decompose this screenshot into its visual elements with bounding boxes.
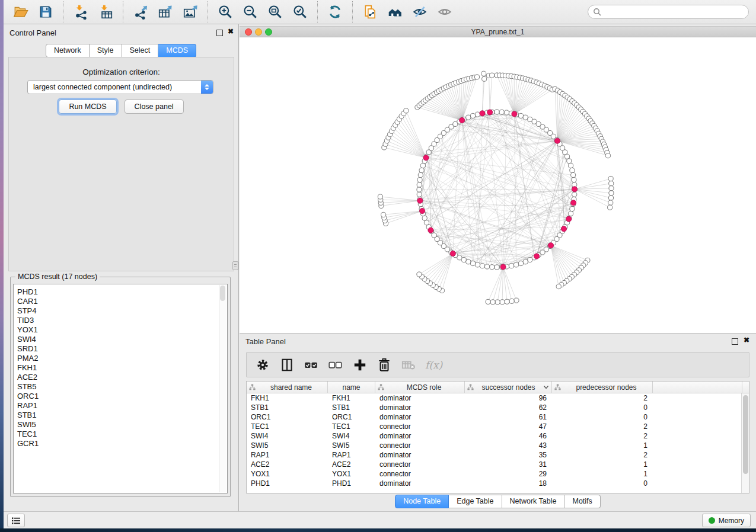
table-row[interactable]: PHD1PHD1dominator180: [247, 479, 741, 488]
function-builder-button[interactable]: f(x): [425, 359, 442, 371]
mcds-list-scrollbar[interactable]: [219, 285, 227, 492]
table-row[interactable]: ORC1ORC1dominator610: [247, 412, 741, 422]
export-image-button[interactable]: [178, 2, 203, 22]
tab-mcds[interactable]: MCDS: [158, 44, 196, 57]
table-settings-button[interactable]: [255, 357, 270, 373]
clone-network-button[interactable]: [358, 2, 382, 22]
sort-desc-icon: [543, 385, 549, 389]
table-row[interactable]: RAP1RAP1dominator352: [247, 450, 741, 460]
tab-network[interactable]: Network: [46, 44, 90, 57]
table-tab-node-table[interactable]: Node Table: [395, 495, 449, 508]
mcds-result-item[interactable]: FKH1: [14, 363, 227, 373]
refresh-layout-button[interactable]: [323, 2, 347, 22]
toolbar-group-view: [353, 1, 462, 23]
mcds-result-item[interactable]: SWI5: [14, 420, 227, 430]
mcds-result-item[interactable]: STP4: [14, 306, 227, 316]
clone-network-icon: [362, 4, 378, 20]
mcds-result-item[interactable]: CAR1: [14, 297, 227, 306]
table-tab-edge-table[interactable]: Edge Table: [449, 495, 502, 508]
mcds-result-item[interactable]: ACE2: [14, 373, 227, 382]
close-panel-button[interactable]: Close panel: [125, 100, 184, 114]
plus-icon: [352, 357, 368, 373]
show-columns-button[interactable]: [279, 357, 295, 373]
table-row[interactable]: SWI4SWI4dominator462: [247, 431, 741, 441]
mcds-result-item[interactable]: TID3: [14, 316, 227, 325]
export-network-button[interactable]: [128, 2, 153, 22]
table-cell: FKH1: [247, 393, 328, 403]
table-tab-network-table[interactable]: Network Table: [502, 495, 565, 508]
open-file-button[interactable]: [8, 2, 33, 22]
mcds-result-item[interactable]: ORC1: [14, 392, 227, 401]
search-input[interactable]: [605, 7, 744, 17]
mcds-result-item[interactable]: SWI4: [14, 335, 227, 344]
deselect-all-button[interactable]: [328, 357, 343, 373]
float-table-panel-icon[interactable]: [732, 338, 738, 345]
show-all-button[interactable]: [432, 2, 457, 22]
import-network-button[interactable]: [68, 2, 93, 22]
table-row[interactable]: STB1STB1dominator620: [247, 403, 741, 412]
close-table-panel-icon[interactable]: ✖: [744, 336, 749, 344]
zoom-in-button[interactable]: [213, 2, 238, 22]
run-mcds-button[interactable]: Run MCDS: [59, 100, 116, 114]
mcds-result-item[interactable]: PHD1: [14, 287, 227, 297]
table-scrollbar[interactable]: [741, 393, 749, 493]
mcds-result-item[interactable]: TEC1: [14, 430, 227, 439]
table-cell: SWI4: [328, 431, 375, 441]
table-row[interactable]: YOX1YOX1connector291: [247, 469, 741, 479]
mcds-result-item[interactable]: STB1: [14, 411, 227, 420]
column-header-mcds-role[interactable]: MCDS role: [375, 382, 465, 393]
splitpane-grip[interactable]: [232, 261, 238, 270]
mcds-result-item[interactable]: YOX1: [14, 325, 227, 335]
float-panel-icon[interactable]: [216, 30, 223, 36]
network-canvas[interactable]: [240, 37, 756, 333]
close-panel-icon[interactable]: ✖: [228, 27, 234, 36]
export-table-button[interactable]: [153, 2, 178, 22]
task-history-button[interactable]: [7, 514, 25, 527]
column-namespace-icon: [467, 384, 474, 390]
tab-style[interactable]: Style: [90, 44, 122, 57]
tab-select[interactable]: Select: [122, 44, 159, 57]
column-header-predecessor-nodes[interactable]: predecessor nodes: [552, 382, 653, 393]
table-cell: 18: [465, 479, 552, 488]
column-header-successor-nodes[interactable]: successor nodes: [465, 382, 552, 393]
delete-table-button[interactable]: [401, 357, 416, 373]
mcds-result-item[interactable]: RAP1: [14, 401, 227, 411]
table-row[interactable]: SWI5SWI5connector431: [247, 441, 741, 450]
import-table-button[interactable]: [93, 2, 118, 22]
optimization-criterion-select[interactable]: largest connected component (undirected): [27, 80, 213, 94]
select-all-button[interactable]: [304, 357, 319, 373]
mcds-result-item[interactable]: PMA2: [14, 354, 227, 363]
table-cell: STB1: [328, 403, 375, 412]
scrollbar-thumb[interactable]: [220, 286, 225, 301]
zoom-out-button[interactable]: [238, 2, 263, 22]
table-cell: connector: [375, 469, 465, 479]
network-graph[interactable]: [240, 37, 756, 332]
save-session-button[interactable]: [33, 2, 58, 22]
table-cell: PHD1: [247, 479, 328, 488]
hide-unselected-button[interactable]: [407, 2, 432, 22]
column-header-name[interactable]: name: [328, 382, 375, 393]
mcds-result-item[interactable]: SRD1: [14, 344, 227, 354]
table-row[interactable]: FKH1FKH1dominator962: [247, 393, 741, 403]
zoom-fit-button[interactable]: [263, 2, 288, 22]
add-column-button[interactable]: [352, 357, 368, 373]
first-neighbors-button[interactable]: [382, 2, 407, 22]
toolbar-group-file: [4, 1, 63, 23]
delete-column-button[interactable]: [377, 357, 392, 373]
column-header-filler[interactable]: [653, 382, 742, 393]
checked-boxes-icon: [304, 357, 319, 373]
toolbar-group-export: [123, 1, 208, 23]
table-tab-motifs[interactable]: Motifs: [564, 495, 600, 508]
search-field[interactable]: [588, 5, 749, 19]
mcds-result-item[interactable]: STB5: [14, 382, 227, 392]
zoom-selected-button[interactable]: [288, 2, 312, 22]
export-image-icon: [183, 4, 198, 20]
table-cell: PHD1: [328, 479, 375, 488]
mcds-result-item[interactable]: GCR1: [14, 439, 227, 448]
table-cell: 2: [552, 431, 653, 441]
table-scrollbar-thumb[interactable]: [743, 395, 748, 474]
table-row[interactable]: ACE2ACE2connector311: [247, 460, 741, 469]
table-row[interactable]: TEC1TEC1connector472: [247, 422, 741, 431]
memory-button[interactable]: Memory: [702, 514, 751, 527]
column-header-shared-name[interactable]: shared name: [247, 382, 328, 393]
